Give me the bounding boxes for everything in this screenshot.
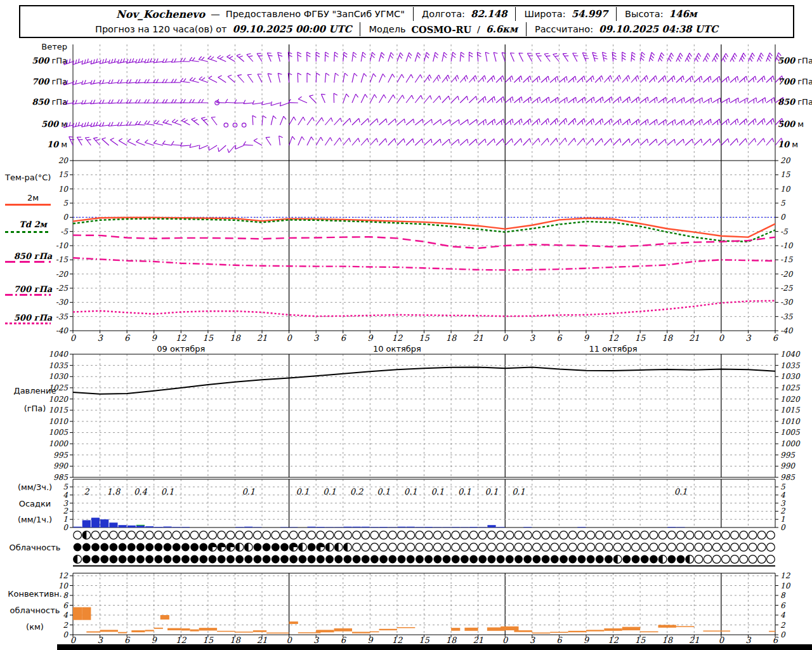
precip-bar (308, 527, 316, 527)
precip-bar (100, 519, 108, 527)
svg-text:1025: 1025 (780, 383, 801, 392)
header-divider (413, 7, 414, 21)
precip-bar (334, 527, 343, 527)
svg-text:0.1: 0.1 (431, 487, 444, 496)
precip-bar (163, 527, 171, 528)
svg-text:1.8: 1.8 (107, 487, 121, 496)
altitude-label: Высота: (625, 9, 663, 19)
convective-bar (118, 632, 127, 633)
legend-line-850 (5, 261, 51, 263)
svg-text:0: 0 (286, 333, 292, 343)
svg-text:995: 995 (780, 451, 796, 460)
precip-panel: 00112233445521.80.40.10.10.10.10.20.10.1… (63, 479, 786, 532)
svg-text:10: 10 (780, 185, 791, 194)
legend-line-500 (5, 322, 51, 324)
wind-panel (63, 44, 783, 161)
svg-text:1035: 1035 (48, 361, 69, 370)
svg-text:6: 6 (556, 635, 563, 645)
svg-text:0: 0 (63, 213, 69, 222)
legend-label-td2m: Td 2м (4, 220, 62, 229)
svg-text:15: 15 (203, 333, 214, 343)
svg-text:21: 21 (257, 333, 268, 343)
legend-line-2m (5, 204, 51, 206)
svg-text:21: 21 (689, 333, 700, 343)
model-resolution: 6.6км (486, 23, 518, 35)
precip-bar (119, 525, 127, 527)
precip-bar (173, 527, 181, 527)
svg-text:985: 985 (780, 473, 796, 482)
temperature-panel: 2020151510105500-5-5-10-10-15-15-20-20-2… (56, 156, 794, 354)
precip-bar (370, 527, 379, 527)
convective-bar (199, 628, 217, 630)
svg-text:18: 18 (230, 333, 241, 343)
svg-text:15: 15 (635, 333, 646, 343)
svg-text:18: 18 (446, 333, 457, 343)
pressure-panel: 1040104010351035103010301025102510201020… (48, 350, 800, 482)
svg-text:15: 15 (780, 170, 791, 179)
svg-text:18: 18 (446, 635, 457, 645)
convective-bar (658, 625, 676, 628)
convective-bar (464, 628, 478, 631)
station-name: Nov_Kochenevo (116, 8, 205, 20)
svg-text:9: 9 (584, 333, 590, 343)
meteogram-screen: Nov_Kochenevo — Предоставлено ФГБУ "ЗапС… (0, 0, 812, 650)
wind-row-label-500m-right: 500 м (778, 119, 812, 129)
svg-text:2: 2 (780, 621, 786, 630)
svg-text:5: 5 (780, 482, 786, 491)
convective-bar (160, 615, 169, 620)
svg-text:1020: 1020 (48, 395, 69, 404)
svg-text:0: 0 (780, 630, 786, 639)
svg-text:0: 0 (719, 333, 725, 343)
convective-bar (86, 632, 100, 633)
convective-bar (298, 632, 321, 633)
legend-line-td2m (5, 231, 51, 233)
temperature-panel-title: Тем-ра(°C) (5, 173, 51, 182)
convective-bar (154, 628, 163, 629)
convective-title-1: Конвективн. (3, 589, 67, 599)
convective-bar (568, 631, 586, 632)
convective-bar (451, 628, 460, 631)
precip-bar (433, 527, 442, 527)
convective-bar (334, 628, 352, 632)
precip-bar (325, 527, 334, 527)
svg-text:0: 0 (502, 333, 509, 343)
svg-text:990: 990 (780, 461, 796, 470)
svg-text:6: 6 (773, 333, 779, 343)
precip-bar (235, 527, 244, 527)
svg-text:6: 6 (341, 635, 347, 645)
svg-text:-20: -20 (56, 270, 69, 279)
precip-bar (388, 527, 396, 527)
svg-text:-15: -15 (780, 255, 794, 264)
wind-row-label-700hpa-right: 700 гПа (778, 77, 812, 86)
legend-label-850: 850 гПа (4, 251, 62, 261)
convective-bar (676, 626, 694, 627)
svg-text:3: 3 (530, 333, 536, 343)
convective-bar (73, 607, 82, 620)
wind-row-label-700hpa: 700 гПа (4, 77, 67, 86)
convective-bar (167, 628, 181, 631)
precip-1h-units-label: (мм/1ч.) (3, 515, 67, 524)
convective-bar (532, 633, 550, 634)
svg-text:6: 6 (556, 333, 563, 343)
precip-bar (577, 527, 586, 527)
precip-bar (523, 527, 532, 527)
cloud-panel (73, 531, 775, 566)
svg-text:0: 0 (780, 523, 786, 532)
svg-text:15: 15 (419, 333, 429, 343)
precip-bar (82, 521, 91, 528)
model-sep: / (477, 24, 480, 34)
svg-text:0: 0 (719, 635, 725, 645)
provider-text: Предоставлено ФГБУ "ЗапСиб УГМС" (226, 9, 405, 19)
precip-bar (244, 527, 252, 527)
svg-text:985: 985 (53, 473, 69, 482)
longitude-label: Долгота: (422, 9, 465, 19)
svg-text:3: 3 (97, 333, 103, 343)
legend-label-500: 500 гПа (4, 313, 62, 322)
svg-text:0.1: 0.1 (296, 487, 310, 496)
svg-text:1020: 1020 (780, 395, 801, 404)
svg-text:6: 6 (773, 635, 779, 645)
convective-bar (217, 631, 235, 632)
convective-panel: 0022446688101012120369121518210369121518… (58, 571, 791, 645)
precip-bar (109, 522, 117, 527)
svg-text:-25: -25 (780, 284, 794, 293)
